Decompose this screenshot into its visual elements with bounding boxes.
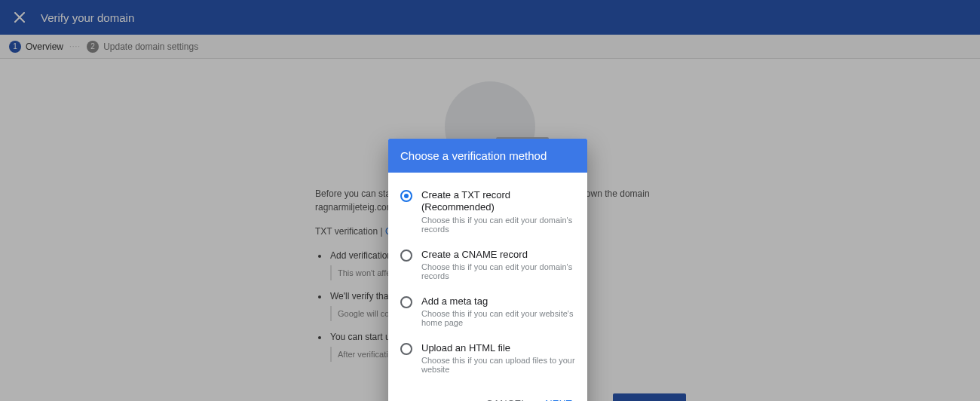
option-label: Upload an HTML file	[421, 342, 575, 354]
option-meta-tag[interactable]: Add a meta tag Choose this if you can ed…	[400, 289, 575, 336]
verification-method-dialog: Choose a verification method Create a TX…	[388, 139, 587, 401]
radio-icon[interactable]	[400, 249, 412, 262]
option-label: Create a CNAME record	[421, 249, 575, 261]
radio-icon[interactable]	[400, 296, 412, 308]
radio-icon[interactable]	[400, 190, 412, 202]
dialog-body: Create a TXT record (Recommended) Choose…	[388, 173, 587, 387]
dialog-actions: CANCEL NEXT	[388, 387, 587, 401]
option-sub: Choose this if you can edit your website…	[421, 309, 575, 327]
option-sub: Choose this if you can edit your domain'…	[421, 262, 575, 280]
option-html-file[interactable]: Upload an HTML file Choose this if you c…	[400, 336, 575, 383]
cancel-button[interactable]: CANCEL	[483, 393, 531, 401]
option-txt-record[interactable]: Create a TXT record (Recommended) Choose…	[400, 183, 575, 243]
option-label: Create a TXT record (Recommended)	[421, 189, 575, 214]
dialog-title: Choose a verification method	[388, 139, 587, 173]
option-cname-record[interactable]: Create a CNAME record Choose this if you…	[400, 243, 575, 289]
radio-icon[interactable]	[400, 343, 412, 355]
next-button[interactable]: NEXT	[542, 393, 575, 401]
option-sub: Choose this if you can edit your domain'…	[421, 216, 575, 234]
option-label: Add a meta tag	[421, 295, 575, 308]
option-sub: Choose this if you can upload files to y…	[421, 356, 575, 374]
